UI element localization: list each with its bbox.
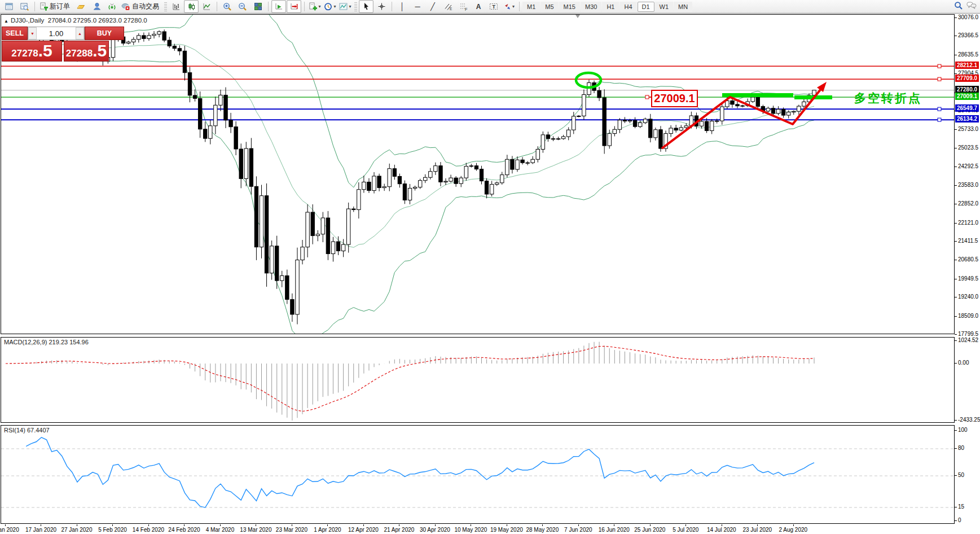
autotrade-button[interactable]: 自动交易 (120, 0, 162, 13)
chat-icon[interactable] (966, 1, 977, 12)
candlestick-icon[interactable] (184, 0, 199, 13)
price-axis[interactable]: 30076.029366.528635.527904.527174.026464… (955, 14, 980, 524)
turning-point-annotation[interactable]: 多空转折点 (854, 90, 922, 106)
svg-text:F: F (465, 7, 468, 11)
callout-handle (645, 95, 649, 99)
collapse-arrow-icon[interactable]: ▲ (4, 19, 8, 24)
macd-chart[interactable] (1, 338, 954, 422)
chevron-down-icon: ▾ (333, 4, 336, 9)
candlestick-chart[interactable] (1, 15, 954, 334)
panel-divider[interactable] (1, 423, 955, 424)
buy-price[interactable]: 27288.5 (64, 41, 109, 62)
tab-timeframe-m1[interactable]: M1 (522, 2, 540, 12)
trendline-icon[interactable]: ╱ (425, 0, 440, 13)
zoom-out-icon[interactable] (235, 0, 250, 13)
chevron-down-icon: ▾ (349, 4, 351, 9)
label-icon[interactable]: T (486, 0, 501, 13)
chevron-down-icon: ▾ (318, 4, 320, 9)
line-handle (938, 77, 941, 81)
autotrade-label: 自动交易 (132, 2, 159, 11)
ohlc-values: 27084.0 27295.0 26923.0 27280.0 (48, 17, 147, 24)
tile-windows-icon[interactable] (251, 0, 265, 13)
horizontal-line-icon[interactable]: ─ (410, 0, 425, 13)
volume-input[interactable] (37, 27, 76, 40)
macd-panel[interactable]: MACD(12,26,9) 219.23 154.96 (1, 337, 955, 423)
panel-divider[interactable] (1, 334, 955, 336)
cursor-icon[interactable] (359, 0, 373, 13)
indicators-dropdown[interactable]: ▾ (338, 0, 353, 13)
text-icon[interactable]: A (471, 0, 486, 13)
macd-label: MACD(12,26,9) 219.23 154.96 (4, 339, 89, 345)
channel-icon[interactable]: E (441, 0, 455, 13)
new-order-button[interactable]: 新订单 (38, 0, 73, 13)
level-lines[interactable] (1, 64, 954, 121)
fibonacci-icon[interactable]: F (456, 0, 471, 13)
autotrade-icon (121, 2, 130, 11)
clock-dropdown[interactable]: ▾ (323, 0, 337, 13)
data-window-icon[interactable] (17, 0, 32, 13)
bollinger-bands (16, 15, 814, 334)
line-handle (938, 64, 941, 68)
tab-timeframe-m30[interactable]: M30 (581, 2, 601, 12)
line-handle (938, 118, 941, 121)
signal-icon[interactable] (104, 0, 119, 13)
price-callout[interactable]: 27009.1 (651, 90, 698, 107)
buy-button[interactable]: BUY (85, 27, 124, 40)
rsi-chart[interactable] (1, 426, 954, 523)
crosshair-icon[interactable] (374, 0, 389, 13)
main-chart-panel[interactable]: 27009.1 多空转折点 (1, 14, 955, 334)
search-icon[interactable] (954, 1, 963, 12)
metatrader-window: 新订单 自动交易 (0, 0, 980, 534)
chart-header: ▲DJ30-,Daily 27084.0 27295.0 26923.0 272… (4, 17, 147, 24)
tab-timeframe-m15[interactable]: M15 (559, 2, 580, 12)
volume-increase-button[interactable]: ▲ (76, 27, 84, 40)
bollinger-middle (16, 44, 814, 247)
macd-histogram (6, 342, 814, 421)
rsi-line (26, 437, 814, 507)
gold-icon[interactable] (74, 0, 89, 13)
rsi-label: RSI(14) 67.4407 (4, 427, 50, 434)
svg-text:T: T (493, 4, 496, 10)
tab-timeframe-h1[interactable]: H1 (602, 2, 619, 12)
new-order-label: 新订单 (50, 2, 70, 11)
resistance-bar (722, 93, 793, 97)
tab-timeframe-mn[interactable]: MN (674, 2, 692, 12)
sell-button[interactable]: SELL (2, 27, 28, 40)
divider-marker (575, 15, 580, 18)
sell-price[interactable]: 27278.5 (2, 41, 62, 62)
tab-timeframe-w1[interactable]: W1 (655, 2, 674, 12)
symbol-period-label: DJ30-,Daily (11, 17, 44, 24)
window-icon[interactable] (2, 0, 16, 13)
tab-timeframe-m5[interactable]: M5 (540, 2, 558, 12)
volume-decrease-button[interactable]: ▼ (28, 27, 37, 40)
line-chart-icon[interactable] (199, 0, 214, 13)
zoom-in-icon[interactable] (220, 0, 235, 13)
date-axis[interactable]: 8 Jan 202017 Jan 202027 Jan 20205 Feb 20… (1, 524, 955, 534)
one-click-trading-panel: SELL ▼ ▲ BUY 27278.5 27288.5 (2, 27, 124, 62)
line-handle (938, 107, 941, 111)
volume-stepper: ▼ ▲ (28, 27, 85, 40)
arrows-dropdown[interactable]: ▾ (502, 0, 516, 13)
community-icon[interactable] (89, 0, 104, 13)
bar-chart-icon[interactable] (169, 0, 183, 13)
macd-signal-line (6, 346, 814, 411)
vertical-line-icon[interactable]: │ (395, 0, 410, 13)
candles-layer (4, 29, 816, 324)
tab-timeframe-h4[interactable]: H4 (619, 2, 636, 12)
new-order-icon (39, 2, 48, 11)
rsi-panel[interactable]: RSI(14) 67.4407 (1, 425, 955, 524)
chevron-down-icon: ▾ (512, 4, 515, 9)
toolbar: 新订单 自动交易 (0, 0, 980, 14)
auto-scroll-icon[interactable] (271, 0, 286, 13)
new-chart-dropdown[interactable]: ▾ (307, 0, 322, 13)
svg-text:E: E (450, 7, 452, 11)
tab-timeframe-d1[interactable]: D1 (638, 2, 654, 12)
chart-shift-icon[interactable] (287, 0, 301, 13)
